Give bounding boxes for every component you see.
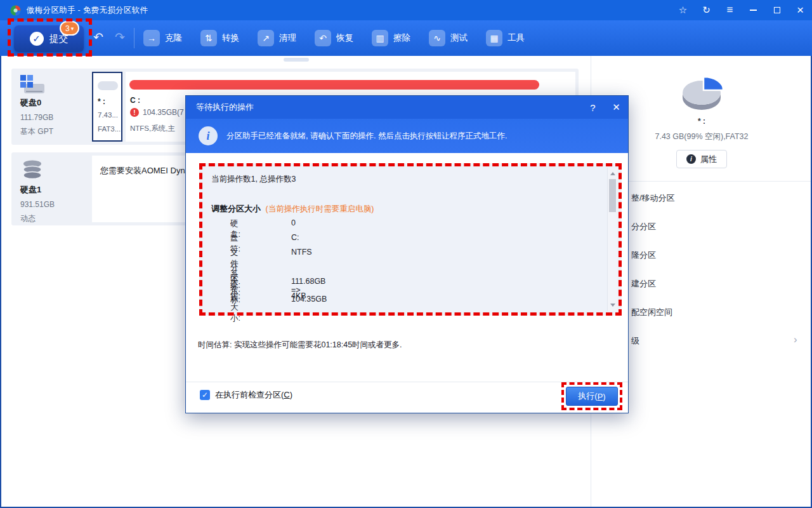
chevron-down-icon: ▾ bbox=[71, 25, 74, 32]
toolbar-item-clone[interactable]: → 克隆 bbox=[143, 30, 182, 46]
properties-button[interactable]: i 属性 bbox=[676, 150, 727, 168]
dialog-help-button[interactable]: ? bbox=[581, 96, 605, 119]
check-partition-checkbox[interactable]: ✓ bbox=[200, 390, 210, 400]
menu-item-clone-partition[interactable]: 隆分区 bbox=[631, 250, 656, 261]
window-title: 傲梅分区助手 - 免费无损分区软件 bbox=[27, 5, 148, 16]
convert-icon: ⇅ bbox=[200, 30, 217, 46]
tools-icon: ▦ bbox=[486, 30, 502, 46]
operations-list-annotated: 当前操作数1, 总操作数3 调整分区大小 (当前操作执行时需要重启电脑) 硬盘:… bbox=[199, 163, 622, 316]
scroll-up-arrow[interactable] bbox=[610, 172, 615, 175]
undo-button[interactable]: ↶ bbox=[93, 30, 103, 44]
label-part: 在执行前检查分区( bbox=[215, 390, 284, 399]
label-part: ) bbox=[603, 392, 605, 401]
op-row-value: 0 bbox=[291, 218, 296, 227]
partition-label: C : bbox=[130, 96, 140, 105]
operations-list[interactable]: 当前操作数1, 总操作数3 调整分区大小 (当前操作执行时需要重启电脑) 硬盘:… bbox=[202, 166, 619, 312]
partition-usage-bar bbox=[98, 81, 118, 90]
partition-size: 7.43... bbox=[98, 111, 118, 119]
label-hotkey: C bbox=[284, 390, 289, 399]
time-estimate-text: 时间估算: 实现这些操作可能需要花01:18:45时间或者更多. bbox=[198, 340, 402, 351]
panel-drag-handle[interactable] bbox=[284, 58, 309, 62]
disk1-message: 您需要安装AOMEI Dynam bbox=[100, 165, 197, 177]
warning-icon: ! bbox=[130, 108, 139, 117]
chevron-right-icon: › bbox=[794, 333, 797, 346]
menu-item-split-partition[interactable]: 分分区 bbox=[631, 221, 656, 232]
pending-operations-badge[interactable]: 3 ▾ bbox=[60, 21, 79, 36]
op-row-label: 簇大小: bbox=[230, 291, 240, 324]
partition-fs: FAT3... bbox=[98, 125, 121, 133]
disk0-type: 基本 GPT bbox=[20, 126, 53, 137]
menu-item-create-partition[interactable]: 建分区 bbox=[631, 278, 656, 290]
partition-c-usage-bar bbox=[129, 80, 560, 90]
op-row-value: 4KB bbox=[291, 291, 306, 300]
toolbar-label: 清理 bbox=[279, 32, 296, 44]
toolbar-label: 克隆 bbox=[165, 32, 182, 44]
favorite-star-icon[interactable]: ☆ bbox=[671, 0, 695, 20]
toolbar-item-tools[interactable]: ▦ 工具 bbox=[486, 30, 525, 46]
check-partition-label[interactable]: 在执行前检查分区(C) bbox=[215, 389, 292, 401]
maximize-button[interactable] bbox=[765, 0, 789, 20]
disk1-name: 硬盘1 bbox=[20, 184, 55, 196]
menu-item-resize-move-partition[interactable]: 整/移动分区 bbox=[631, 192, 675, 204]
wipe-icon: ▥ bbox=[372, 30, 388, 46]
toolbar-item-convert[interactable]: ⇅ 转换 bbox=[200, 30, 239, 46]
title-bar: 傲梅分区助手 - 免费无损分区软件 ☆ ↻ ≡ × bbox=[0, 0, 812, 20]
operation-name: 调整分区大小 bbox=[211, 204, 261, 213]
refresh-icon[interactable]: ↻ bbox=[695, 0, 718, 20]
toolbar-item-recover[interactable]: ↶ 恢复 bbox=[315, 30, 353, 46]
disk1-icon bbox=[20, 159, 46, 182]
partition-fs: NTFS,系统,主 bbox=[130, 124, 175, 133]
toolbar-label: 转换 bbox=[222, 32, 239, 44]
menu-icon[interactable]: ≡ bbox=[718, 0, 742, 20]
disk1-type: 动态 bbox=[20, 213, 55, 224]
dialog-banner: i 分区助手已经准备就绪, 请确认下面的操作. 然后点击执行按钮让程序正式地工作… bbox=[186, 119, 628, 153]
dialog-header[interactable]: 等待执行的操作 ? ✕ bbox=[186, 96, 628, 119]
partition-pie-chart-icon bbox=[678, 74, 725, 112]
clone-icon: → bbox=[143, 30, 160, 46]
badge-count: 3 bbox=[65, 24, 70, 33]
test-icon: ∿ bbox=[429, 30, 445, 46]
close-button[interactable]: × bbox=[789, 0, 812, 20]
toolbar-item-clean[interactable]: ↗ 清理 bbox=[258, 30, 296, 46]
toolbar-item-test[interactable]: ∿ 测试 bbox=[429, 30, 468, 46]
menu-item-upgrade[interactable]: 级 bbox=[631, 335, 639, 347]
toolbar-label: 恢复 bbox=[336, 32, 353, 44]
disk0-icon bbox=[19, 74, 46, 97]
properties-label: 属性 bbox=[700, 154, 717, 165]
partition-star-selected[interactable]: * : 7.43... FAT3... bbox=[92, 72, 122, 142]
label-part: 执行( bbox=[578, 391, 597, 402]
disk0-size: 111.79GB bbox=[20, 113, 53, 122]
app-logo-icon bbox=[10, 5, 21, 16]
info-circle-icon: i bbox=[199, 126, 218, 145]
execute-button[interactable]: 执行(P) bbox=[566, 387, 618, 406]
pending-operations-dialog: 等待执行的操作 ? ✕ i 分区助手已经准备就绪, 请确认下面的操作. 然后点击… bbox=[185, 95, 629, 413]
toolbar: ✓ 提交 3 ▾ ↶ ↷ → 克隆 ⇅ 转换 ↗ 清理 ↶ 恢 bbox=[0, 20, 812, 56]
dialog-banner-text: 分区助手已经准备就绪, 请确认下面的操作. 然后点击执行按钮让程序正式地工作. bbox=[226, 131, 507, 142]
dialog-title: 等待执行的操作 bbox=[196, 102, 254, 113]
toolbar-item-wipe[interactable]: ▥ 擦除 bbox=[372, 30, 410, 46]
toolbar-separator bbox=[134, 28, 134, 48]
operations-summary: 当前操作数1, 总操作数3 bbox=[211, 174, 296, 185]
toolbar-label: 工具 bbox=[508, 32, 525, 44]
redo-button[interactable]: ↷ bbox=[115, 30, 125, 44]
toolbar-label: 擦除 bbox=[393, 32, 410, 44]
minimize-button[interactable] bbox=[742, 0, 765, 20]
menu-item-allocate-free-space[interactable]: 配空闲空间 bbox=[631, 307, 672, 318]
clean-icon: ↗ bbox=[258, 30, 274, 46]
operation-restart-note: (当前操作执行时需要重启电脑) bbox=[265, 204, 374, 213]
dialog-close-button[interactable]: ✕ bbox=[605, 96, 628, 119]
main-area: 硬盘0 111.79GB 基本 GPT * : 7.43... FAT3... … bbox=[1, 56, 811, 507]
disk1-size: 931.51GB bbox=[20, 200, 55, 209]
op-row-value: C: bbox=[291, 233, 299, 242]
info-icon: i bbox=[686, 154, 696, 164]
scroll-down-arrow[interactable] bbox=[610, 304, 615, 307]
dialog-footer-divider bbox=[186, 382, 628, 382]
recover-icon: ↶ bbox=[315, 30, 331, 46]
scrollbar-thumb[interactable] bbox=[609, 179, 616, 212]
label-part: ) bbox=[290, 390, 292, 399]
op-row-value: NTFS bbox=[291, 248, 312, 257]
partition-label: * : bbox=[98, 97, 105, 106]
scrollbar[interactable] bbox=[607, 168, 617, 311]
toolbar-label: 测试 bbox=[450, 32, 468, 44]
disk0-name: 硬盘0 bbox=[20, 97, 53, 109]
